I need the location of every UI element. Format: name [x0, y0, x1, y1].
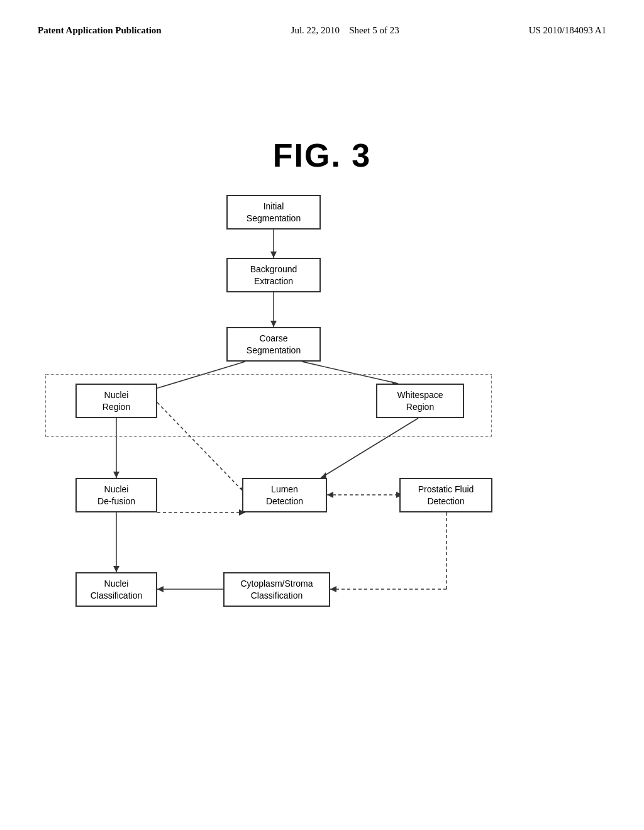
svg-marker-15	[113, 566, 119, 572]
header-left: Patent Application Publication	[38, 25, 162, 36]
page-header: Patent Application Publication Jul. 22, …	[0, 0, 644, 36]
svg-marker-9	[113, 472, 119, 478]
lumen-detection-box: LumenDetection	[242, 478, 327, 512]
prostatic-fluid-detection-box: Prostatic FluidDetection	[399, 478, 492, 512]
svg-marker-26	[330, 586, 336, 592]
initial-segmentation-box: InitialSegmentation	[226, 195, 321, 230]
header-right: US 2010/184093 A1	[529, 25, 606, 36]
background-extraction-box: BackgroundExtraction	[226, 258, 321, 292]
svg-marker-18	[327, 492, 333, 498]
cytoplasm-stroma-box: Cytoplasm/StromaClassification	[223, 572, 330, 607]
sheet-label: Sheet 5 of 23	[349, 25, 399, 35]
header-center: Jul. 22, 2010 Sheet 5 of 23	[291, 25, 399, 36]
date-label: Jul. 22, 2010	[291, 25, 340, 35]
svg-marker-24	[157, 586, 164, 592]
svg-marker-1	[270, 252, 277, 258]
coarse-segmentation-box: CoarseSegmentation	[226, 327, 321, 362]
nuclei-defusion-box: NucleiDe-fusion	[75, 478, 157, 512]
patent-number-label: US 2010/184093 A1	[529, 25, 606, 35]
diagram: InitialSegmentation BackgroundExtraction…	[0, 176, 644, 792]
whitespace-region-box: WhitespaceRegion	[376, 384, 464, 418]
svg-marker-3	[270, 321, 277, 327]
publication-label: Patent Application Publication	[38, 25, 162, 35]
figure-title: FIG. 3	[0, 136, 644, 174]
nuclei-classification-box: NucleiClassification	[75, 572, 157, 607]
nuclei-region-box: NucleiRegion	[75, 384, 157, 418]
